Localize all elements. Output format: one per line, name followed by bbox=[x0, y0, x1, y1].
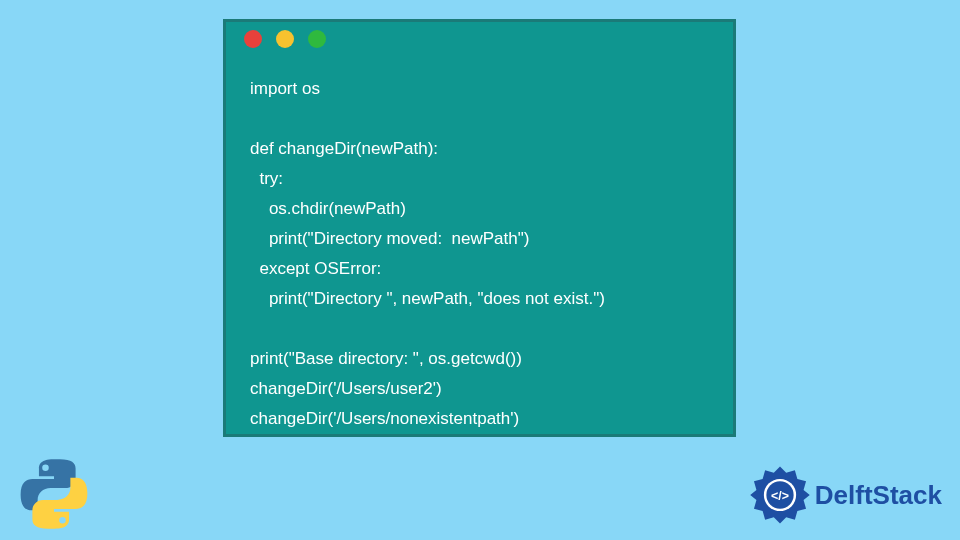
svg-text:</>: </> bbox=[771, 489, 789, 503]
delftstack-badge-icon: </> bbox=[749, 464, 811, 526]
brand-name: DelftStack bbox=[815, 480, 942, 511]
python-logo-icon bbox=[18, 458, 90, 530]
code-window: import os def changeDir(newPath): try: o… bbox=[223, 19, 736, 437]
delftstack-logo: </> DelftStack bbox=[749, 464, 942, 526]
maximize-icon[interactable] bbox=[308, 30, 326, 48]
window-titlebar bbox=[226, 22, 733, 56]
close-icon[interactable] bbox=[244, 30, 262, 48]
code-content: import os def changeDir(newPath): try: o… bbox=[226, 56, 733, 434]
minimize-icon[interactable] bbox=[276, 30, 294, 48]
